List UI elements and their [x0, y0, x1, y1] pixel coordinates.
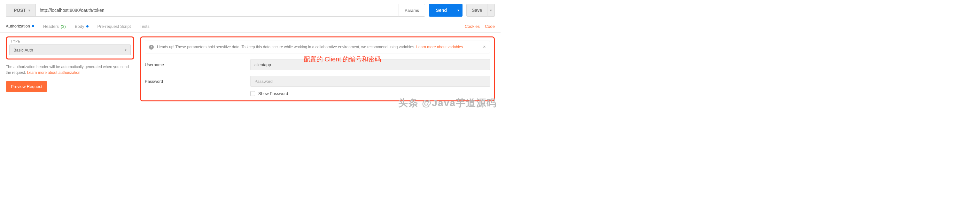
- send-button[interactable]: Send: [429, 4, 454, 17]
- save-button[interactable]: Save: [466, 4, 487, 17]
- dot-icon: [32, 25, 34, 27]
- params-button[interactable]: Params: [399, 4, 425, 17]
- info-icon: !: [149, 45, 154, 49]
- auth-help-text: The authorization header will be automat…: [6, 64, 134, 75]
- password-label: Password: [145, 79, 250, 84]
- chevron-down-icon: ▾: [490, 8, 492, 13]
- http-method-label: POST: [14, 8, 26, 13]
- sensitive-data-alert: ! Heads up! These parameters hold sensit…: [145, 41, 490, 53]
- username-label: Username: [145, 62, 250, 67]
- code-link[interactable]: Code: [485, 24, 495, 29]
- close-icon[interactable]: ×: [483, 44, 486, 50]
- learn-more-auth-link[interactable]: Learn more about authorization: [27, 70, 81, 75]
- tab-body[interactable]: Body: [75, 21, 89, 32]
- password-input[interactable]: [250, 76, 490, 87]
- tab-prerequest[interactable]: Pre-request Script: [97, 21, 131, 32]
- auth-type-select[interactable]: Basic Auth ▾: [9, 44, 131, 55]
- show-password-checkbox[interactable]: [250, 91, 255, 96]
- cookies-link[interactable]: Cookies: [465, 24, 480, 29]
- chevron-down-icon: ▾: [457, 8, 459, 13]
- dot-icon: [86, 25, 89, 27]
- annotation-box-right: ! Heads up! These parameters hold sensit…: [140, 37, 495, 102]
- preview-request-button[interactable]: Preview Request: [6, 81, 47, 92]
- show-password-label: Show Password: [258, 91, 288, 96]
- auth-type-label: TYPE: [11, 39, 131, 43]
- tab-headers[interactable]: Headers (3): [43, 21, 66, 32]
- tab-authorization[interactable]: Authorization: [6, 21, 34, 32]
- annotation-box-left: TYPE Basic Auth ▾: [6, 37, 134, 59]
- url-value: http://localhost:8080/oauth/token: [40, 8, 104, 13]
- learn-more-variables-link[interactable]: Learn more about variables: [416, 45, 463, 49]
- http-method-select[interactable]: POST ▾: [6, 4, 35, 17]
- chevron-down-icon: ▾: [125, 48, 127, 52]
- annotation-text: 配置的 Client 的编号和密码: [304, 55, 381, 64]
- watermark-text: 头条 @Java芋道源码: [398, 97, 497, 108]
- chevron-down-icon: ▾: [29, 8, 30, 13]
- tab-tests[interactable]: Tests: [140, 21, 149, 32]
- send-dropdown[interactable]: ▾: [454, 4, 463, 17]
- url-input[interactable]: http://localhost:8080/oauth/token: [35, 4, 399, 17]
- save-dropdown[interactable]: ▾: [487, 4, 495, 17]
